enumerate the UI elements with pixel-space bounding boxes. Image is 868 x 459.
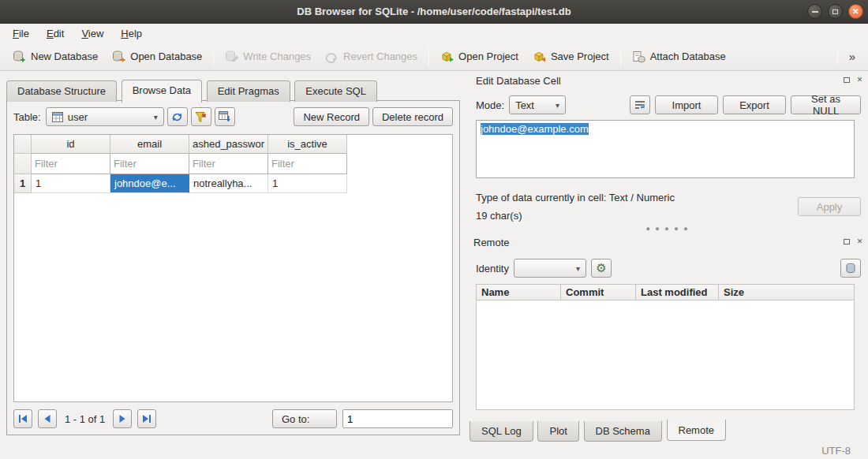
attach-database-label: Attach Database — [650, 50, 726, 62]
tab-db-schema[interactable]: DB Schema — [584, 421, 662, 442]
chevron-down-icon: ▾ — [556, 101, 559, 110]
filter-input-hashed-password[interactable] — [189, 154, 268, 174]
row-number[interactable]: 1 — [14, 174, 32, 193]
right-dock-area: Edit Database Cell ✕ Mode: Text ▾ Import… — [467, 71, 868, 442]
identity-select[interactable]: ▾ — [514, 259, 586, 278]
close-button[interactable]: ✕ — [848, 4, 863, 19]
remote-column-commit[interactable]: Commit — [561, 285, 636, 300]
first-record-button[interactable] — [13, 409, 32, 428]
cell-id[interactable]: 1 — [32, 174, 110, 193]
next-record-button[interactable] — [113, 409, 132, 428]
maximize-icon — [832, 9, 838, 14]
close-dock-button[interactable]: ✕ — [855, 237, 865, 246]
tab-edit-pragmas[interactable]: Edit Pragmas — [207, 80, 290, 102]
last-record-icon — [142, 415, 152, 423]
menubar: File Edit View Help — [0, 24, 868, 43]
goto-input[interactable] — [342, 409, 453, 428]
tab-database-structure[interactable]: Database Structure — [6, 80, 117, 102]
save-project-button[interactable]: Save Project — [526, 47, 615, 67]
cell-email-selected[interactable]: johndoe@e... — [110, 174, 189, 193]
table-icon — [52, 112, 63, 122]
filter-input-email[interactable] — [110, 154, 189, 174]
record-navigation: 1 - 1 of 1 Go to: — [13, 409, 453, 429]
window-title: DB Browser for SQLite - /home/user/code/… — [297, 6, 571, 17]
toolbar-overflow-button[interactable]: » — [843, 47, 862, 66]
float-dock-icon — [844, 239, 850, 244]
encoding-label[interactable]: UTF-8 — [821, 445, 851, 457]
delete-record-button[interactable]: Delete record — [372, 107, 453, 126]
titlebar[interactable]: DB Browser for SQLite - /home/user/code/… — [0, 0, 868, 24]
column-header-hashed-password[interactable]: ashed_passwor — [189, 135, 268, 154]
tab-browse-data[interactable]: Browse Data — [122, 80, 202, 103]
menu-help[interactable]: Help — [113, 25, 150, 42]
toolbar-separator — [620, 47, 621, 66]
dock-splitter-handle[interactable]: ● ● ● ● ● — [467, 226, 868, 232]
grid-corner[interactable] — [14, 135, 32, 154]
column-header-id[interactable]: id — [32, 135, 110, 154]
filter-input-is-active[interactable] — [268, 154, 347, 174]
last-record-button[interactable] — [137, 409, 156, 428]
toolbar-separator — [213, 47, 214, 66]
table-select[interactable]: user ▾ — [46, 107, 164, 126]
column-header-email[interactable]: email — [110, 135, 189, 154]
identity-label: Identity — [476, 263, 509, 274]
column-header-is-active[interactable]: is_active — [268, 135, 347, 154]
clear-filters-icon — [195, 111, 207, 123]
record-range-label: 1 - 1 of 1 — [62, 413, 107, 425]
new-database-label: New Database — [31, 50, 98, 62]
goto-button[interactable]: Go to: — [272, 409, 337, 428]
tab-sql-log[interactable]: SQL Log — [470, 421, 533, 442]
float-dock-button[interactable] — [841, 237, 851, 246]
tab-remote[interactable]: Remote — [667, 420, 727, 441]
first-record-icon — [18, 415, 28, 423]
open-project-button[interactable]: Open Project — [434, 47, 525, 67]
word-wrap-button[interactable] — [630, 95, 650, 114]
menu-file[interactable]: File — [5, 25, 37, 42]
float-dock-button[interactable] — [841, 75, 851, 84]
edit-cell-toolbar: Mode: Text ▾ Import Export Set as NULL — [476, 95, 861, 115]
remote-dock-controls: ✕ — [841, 237, 865, 246]
cell-editor-content: johndoe@example.com — [481, 123, 589, 135]
import-button[interactable]: Import — [655, 95, 718, 114]
open-local-remote-button[interactable] — [840, 259, 861, 278]
tab-plot[interactable]: Plot — [537, 421, 578, 442]
save-results-button[interactable] — [215, 107, 235, 126]
write-changes-button: Write Changes — [219, 47, 317, 67]
attach-database-button[interactable]: Attach Database — [626, 47, 732, 67]
save-project-label: Save Project — [551, 50, 609, 62]
write-changes-icon — [225, 50, 238, 63]
maximize-button[interactable] — [828, 4, 843, 19]
new-record-button[interactable]: New Record — [294, 107, 369, 126]
remote-column-size[interactable]: Size — [719, 285, 854, 300]
refresh-button[interactable] — [167, 107, 188, 126]
clear-filters-button[interactable] — [191, 107, 211, 126]
cell-editor[interactable]: johndoe@example.com — [476, 120, 855, 178]
filter-input-id[interactable] — [32, 154, 110, 174]
minimize-button[interactable] — [807, 4, 822, 19]
word-wrap-icon — [634, 100, 645, 110]
remote-table-body[interactable] — [476, 300, 855, 410]
identity-settings-button[interactable]: ⚙ — [591, 259, 612, 278]
minimize-icon — [812, 11, 818, 13]
toolbar-separator — [837, 47, 838, 66]
apply-button: Apply — [798, 197, 861, 216]
cell-is-active[interactable]: 1 — [268, 174, 347, 193]
open-project-label: Open Project — [458, 50, 518, 62]
remote-column-last-modified[interactable]: Last modified — [636, 285, 719, 300]
close-dock-icon: ✕ — [857, 237, 863, 245]
close-dock-button[interactable]: ✕ — [855, 75, 865, 84]
float-dock-icon — [844, 77, 850, 83]
tab-execute-sql[interactable]: Execute SQL — [294, 80, 377, 102]
revert-changes-icon — [325, 50, 339, 63]
menu-edit[interactable]: Edit — [39, 25, 72, 42]
cell-hashed-password[interactable]: notreallyha... — [189, 174, 268, 193]
menu-view[interactable]: View — [73, 25, 111, 42]
remote-column-name[interactable]: Name — [477, 285, 561, 300]
previous-record-button[interactable] — [38, 409, 57, 428]
open-database-label: Open Database — [130, 50, 202, 62]
new-database-button[interactable]: New Database — [6, 47, 104, 67]
export-button[interactable]: Export — [723, 95, 786, 114]
open-database-button[interactable]: Open Database — [106, 47, 208, 67]
set-as-null-button[interactable]: Set as NULL — [791, 95, 861, 114]
mode-select[interactable]: Text ▾ — [509, 95, 566, 114]
